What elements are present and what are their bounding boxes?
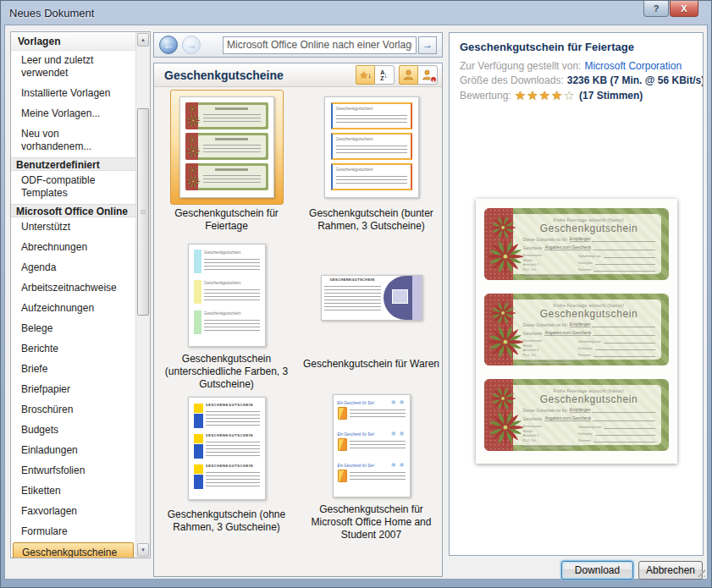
software-box-icon [338,470,347,482]
text-lines-placeholder [203,112,261,122]
template-item-ohne-rahmen[interactable]: GESCHENKGUTSCHEIN GESCHENKGUTSCHEIN GESC… [157,391,297,541]
sidebar-item-meine-vorlagen[interactable]: Meine Vorlagen... [11,104,135,124]
sidebar-item-installierte-vorlagen[interactable]: Installierte Vorlagen [11,84,135,104]
template-item-unterschiedliche-farben[interactable]: Geschenkgutschein Geschenkgutschein Gesc… [157,240,297,391]
sidebar-item-etiketten[interactable]: Etiketten [11,481,135,502]
sort-alphabetical-button[interactable]: AZ ↓ [374,66,394,84]
scrollbar-thumb[interactable] [137,108,149,316]
download-size-value: 3236 KB (7 Min. @ 56 KBit/s) [567,74,704,86]
search-go-button[interactable]: → [418,36,437,54]
template-thumbnail-ohne-rahmen: GESCHENKGUTSCHEIN GESCHENKGUTSCHEIN GESC… [170,391,284,506]
sidebar-section-microsoft-office-online: Microsoft Office Online [11,204,135,217]
text-lines-placeholder [203,142,261,152]
window-controls: ? X [643,1,698,17]
back-button[interactable]: ← [159,36,178,54]
template-thumbnail-waren: GESCHENKGUTSCHEIN [315,240,428,355]
gift-certificate-preview: Frohe Feiertage wünscht (Name)! Geschenk… [484,208,669,280]
star-filled-icon: ★ [527,88,538,102]
category-list: Vorlagen Leer und zuletzt verwendet Inst… [11,32,135,558]
person-icon [403,69,414,80]
text-lines-placeholder [206,439,260,456]
sidebar-item-broschueren[interactable]: Broschüren [11,400,135,420]
text-lines-placeholder [204,287,260,302]
help-icon: ? [654,3,660,14]
sidebar-item-einladungen[interactable]: Einladungen [11,441,135,461]
sidebar-item-berichte[interactable]: Berichte [11,339,135,360]
sidebar-section-vorlagen: Vorlagen [11,32,135,51]
template-caption: Geschenkgutschein (ohne Rahmen, 3 Gutsch… [157,508,297,534]
download-button[interactable]: Download [561,561,633,580]
star-filled-icon: ★ [551,88,563,102]
text-lines-placeholder [203,173,261,183]
poinsettia-icon [185,102,201,129]
template-caption: Geschenkgutschein (unterschiedliche Farb… [157,353,297,391]
sidebar-item-geschenkgutscheine[interactable]: Geschenkgutscheine [13,542,134,558]
title-bar[interactable]: Neues Dokument ? X [1,1,711,25]
download-size-label: Größe des Downloads: [460,74,564,86]
text-lines-placeholder [324,283,381,312]
search-input[interactable] [223,36,417,54]
scrollbar-track[interactable] [136,47,150,542]
template-caption: Geschenkgutschein (bunter Rahmen, 3 Guts… [301,207,442,233]
sidebar-item-odf-compatible-templates[interactable]: ODF-compatible Templates [11,171,135,204]
template-thumbnail-feiertage [170,90,284,205]
scroll-down-icon: ▼ [141,547,146,552]
text-lines-placeholder [350,407,406,420]
show-customer-templates-button[interactable] [399,65,418,85]
sidebar-item-budgets[interactable]: Budgets [11,420,135,441]
template-item-home-student[interactable]: Ein Geschenk für Sie!❄ ❄ Ein Geschenk fü… [301,391,442,541]
sidebar-item-neu-von-vorhandenem[interactable]: Neu von vorhandenem... [11,124,135,157]
provider-link[interactable]: Microsoft Corporation [584,60,682,72]
forward-button[interactable]: → [182,36,201,54]
sort-toolbar: ★↓ AZ ↓ [356,65,395,85]
poinsettia-icon [185,133,201,159]
customer-filter-toolbar: x [399,65,438,85]
rating-label: Bewertung: [460,90,511,102]
poinsettia-graphic [485,295,524,363]
snowflake-icon: ❄ ❄ [391,462,406,469]
star-filled-icon: ★ [539,88,551,102]
sidebar-item-formulare[interactable]: Formulare [11,522,135,542]
gift-certificate-preview: Frohe Feiertage wünscht (Name)! Geschenk… [484,379,669,451]
template-caption: Geschenkgutschein für Microsoft Office H… [301,503,442,541]
category-title: Geschenkgutscheine [164,69,351,82]
template-item-waren[interactable]: GESCHENKGUTSCHEIN Geschenkgutschein für … [301,240,442,391]
text-lines-placeholder [336,173,407,185]
text-lines-placeholder [206,409,260,426]
sidebar-item-faxvorlagen[interactable]: Faxvorlagen [11,502,135,522]
sidebar-item-arbeitszeitnachweise[interactable]: Arbeitszeitnachweise [11,278,135,299]
template-preview: Frohe Feiertage wünscht (Name)! Geschenk… [476,199,677,464]
back-arrow-icon: ← [163,39,174,52]
sidebar-item-briefe[interactable]: Briefe [11,360,135,380]
sidebar-item-leer-und-zuletzt-verwendet[interactable]: Leer und zuletzt verwendet [11,51,135,84]
sort-arrow-icon: ↓ [384,71,388,80]
template-item-feiertage[interactable]: Geschenkgutschein für Feiertage [157,90,297,240]
category-header: Geschenkgutscheine ★↓ AZ ↓ [154,63,442,87]
text-lines-placeholder [336,143,407,155]
sidebar-item-belege[interactable]: Belege [11,319,135,339]
sidebar-item-agenda[interactable]: Agenda [11,258,135,278]
sidebar-item-unterstuetzt[interactable]: Unterstützt [11,217,135,238]
sidebar-item-abrechnungen[interactable]: Abrechnungen [11,238,135,258]
help-button[interactable]: ? [643,1,669,17]
sidebar-item-aufzeichnungen[interactable]: Aufzeichnungen [11,299,135,319]
software-box-icon [338,438,347,451]
scroll-down-button[interactable]: ▼ [137,543,149,557]
cancel-button[interactable]: Abbrechen [638,561,703,580]
sidebar-scrollbar[interactable]: ▲ ▼ [135,32,150,558]
scroll-up-icon: ▲ [141,37,146,42]
gift-certificate-preview: Frohe Feiertage wünscht (Name)! Geschenk… [484,294,669,365]
poinsettia-graphic [485,381,524,448]
template-thumbnail-bunter-rahmen: Geschenkgutschein Geschenkgutschein Gesc… [315,90,428,205]
sort-by-rating-button[interactable]: ★↓ [356,65,375,85]
snowflake-icon: ❄ ❄ [391,399,406,406]
sidebar-item-briefpapier[interactable]: Briefpapier [11,380,135,400]
hide-customer-templates-button[interactable]: x [417,66,437,84]
text-lines-placeholder [350,470,406,482]
template-item-bunter-rahmen[interactable]: Geschenkgutschein Geschenkgutschein Gesc… [301,90,442,240]
search-go-icon: → [422,39,433,51]
close-button[interactable]: X [670,1,698,17]
scroll-up-button[interactable]: ▲ [137,33,149,47]
template-caption: Geschenkgutschein für Feiertage [157,207,297,233]
sidebar-item-entwurfsfolien[interactable]: Entwurfsfolien [11,461,135,481]
